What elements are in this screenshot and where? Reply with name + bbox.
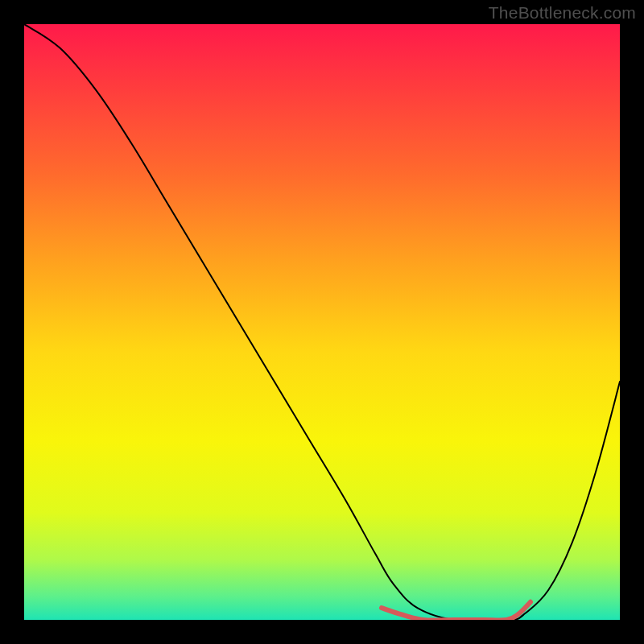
- chart-frame: TheBottleneck.com: [0, 0, 644, 644]
- attribution-text: TheBottleneck.com: [489, 3, 636, 23]
- plot-area: [24, 24, 620, 620]
- gradient-panel: [24, 24, 620, 620]
- chart-svg: [24, 24, 620, 620]
